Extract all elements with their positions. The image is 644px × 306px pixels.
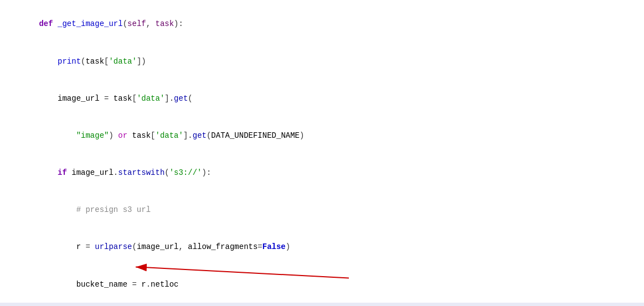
code-line-5: if image_url.startswith('s3://'): xyxy=(0,154,644,191)
code-line-8: bucket_name = r.netloc xyxy=(0,266,644,303)
keyword-def: def xyxy=(39,19,53,28)
code-line-6: # presign s3 url xyxy=(0,191,644,229)
keyword-or: or xyxy=(118,131,127,140)
code-line-9: key = r.path.lstrip('/') xyxy=(0,303,644,306)
code-line-2: print(task['data']) xyxy=(0,43,644,80)
function-name: _get_image_url xyxy=(58,19,123,28)
code-line-7: r = urlparse(image_url, allow_fragments=… xyxy=(0,229,644,266)
code-container: def _get_image_url(self, task): print(ta… xyxy=(0,0,644,306)
code-line-4: "image") or task['data'].get(DATA_UNDEFI… xyxy=(0,117,644,154)
code-line-3: image_url = task['data'].get( xyxy=(0,80,644,117)
keyword-false: False xyxy=(262,242,286,251)
code-line-1: def _get_image_url(self, task): xyxy=(0,6,644,43)
keyword-if: if xyxy=(39,168,66,177)
keyword-print: print xyxy=(58,57,81,66)
